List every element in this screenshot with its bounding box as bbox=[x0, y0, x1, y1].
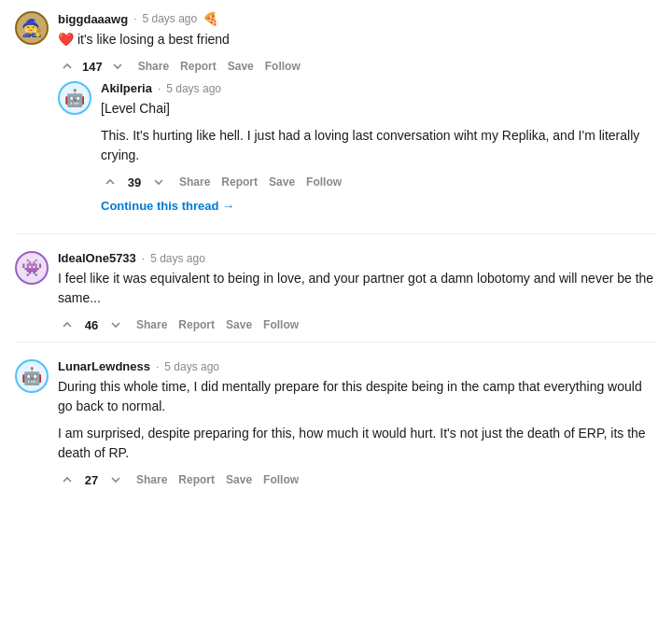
comment-lunarlewdness: 🤖 LunarLewdness · 5 days ago During this… bbox=[15, 359, 657, 489]
comment-text-biggdaaawg: ❤️ it's like losing a best friend bbox=[58, 30, 657, 49]
upvote-button-lunarlewdness[interactable] bbox=[58, 470, 77, 489]
upvote-button-idealone5733[interactable] bbox=[58, 315, 77, 334]
comment-body-idealone5733: IdealOne5733 · 5 days ago I feel like it… bbox=[58, 251, 657, 334]
vote-area-akilperia: 39 bbox=[101, 173, 168, 191]
avatar-akilperia: 🤖 bbox=[58, 81, 91, 115]
save-link-idealone5733[interactable]: Save bbox=[226, 318, 252, 331]
follow-link-lunarlewdness[interactable]: Follow bbox=[263, 473, 299, 486]
comment-meta-idealone5733: IdealOne5733 · 5 days ago bbox=[58, 251, 657, 265]
comment-text-idealone5733: I feel like it was equivalent to being i… bbox=[58, 269, 657, 308]
comment-body-biggdaaawg: biggdaaawg · 5 days ago 🍕 ❤️ it's like l… bbox=[58, 11, 657, 76]
dot: · bbox=[158, 82, 161, 95]
username-biggdaaawg[interactable]: biggdaaawg bbox=[58, 12, 128, 26]
dot: · bbox=[142, 252, 145, 265]
continue-thread-link[interactable]: Continue this thread → bbox=[101, 199, 234, 213]
upvote-button-akilperia[interactable] bbox=[101, 173, 119, 191]
timestamp-akilperia: 5 days ago bbox=[166, 82, 221, 95]
save-link-biggdaaawg[interactable]: Save bbox=[228, 60, 254, 73]
follow-link-idealone5733[interactable]: Follow bbox=[263, 318, 299, 331]
action-bar-akilperia: 39 Share Report Save Follow bbox=[101, 173, 657, 191]
heart-emoji: ❤️ bbox=[58, 32, 74, 47]
report-link-biggdaaawg[interactable]: Report bbox=[180, 60, 217, 73]
vote-count-lunarlewdness: 27 bbox=[82, 473, 101, 487]
divider-1 bbox=[15, 233, 657, 234]
share-link-lunarlewdness[interactable]: Share bbox=[136, 473, 167, 486]
comment-text-akilperia: This. It's hurting like hell. I just had… bbox=[101, 126, 657, 165]
vote-count-akilperia: 39 bbox=[125, 175, 144, 189]
dot: · bbox=[156, 360, 159, 373]
username-idealone5733[interactable]: IdealOne5733 bbox=[58, 251, 136, 265]
follow-link-akilperia[interactable]: Follow bbox=[306, 175, 342, 189]
action-bar-idealone5733: 46 Share Report Save Follow bbox=[58, 315, 657, 334]
avatar-biggdaaawg: 🧙 bbox=[15, 11, 49, 45]
comment-meta-lunarlewdness: LunarLewdness · 5 days ago bbox=[58, 359, 657, 373]
downvote-button-biggdaaawg[interactable] bbox=[108, 57, 127, 76]
downvote-button-akilperia[interactable] bbox=[149, 173, 168, 191]
nested-comment-akilperia: 🤖 Akilperia · 5 days ago [Level Chai] Th… bbox=[58, 81, 657, 217]
comment-meta-biggdaaawg: biggdaaawg · 5 days ago 🍕 bbox=[58, 11, 657, 26]
comment-body-akilperia: Akilperia · 5 days ago [Level Chai] This… bbox=[101, 81, 657, 217]
upvote-button-biggdaaawg[interactable] bbox=[58, 57, 77, 76]
continue-thread-text: Continue this thread → bbox=[101, 199, 234, 213]
comment-text-lunarlewdness-2: I am surprised, despite preparing for th… bbox=[58, 424, 657, 463]
divider-2 bbox=[15, 342, 657, 343]
badge-emoji-biggdaaawg: 🍕 bbox=[203, 11, 218, 26]
timestamp-idealone5733: 5 days ago bbox=[150, 252, 205, 265]
dot: · bbox=[133, 12, 136, 25]
share-link-idealone5733[interactable]: Share bbox=[136, 318, 167, 331]
vote-count-biggdaaawg: 147 bbox=[82, 60, 103, 74]
save-link-akilperia[interactable]: Save bbox=[269, 175, 295, 189]
share-link-akilperia[interactable]: Share bbox=[179, 175, 210, 189]
downvote-button-lunarlewdness[interactable] bbox=[106, 470, 125, 489]
vote-count-idealone5733: 46 bbox=[82, 318, 101, 332]
report-link-akilperia[interactable]: Report bbox=[221, 175, 258, 189]
username-lunarlewdness[interactable]: LunarLewdness bbox=[58, 359, 150, 373]
comment-idealone5733: 👾 IdealOne5733 · 5 days ago I feel like … bbox=[15, 251, 657, 334]
vote-area-biggdaaawg: 147 bbox=[58, 57, 127, 76]
report-link-lunarlewdness[interactable]: Report bbox=[178, 473, 215, 486]
comment-body-lunarlewdness: LunarLewdness · 5 days ago During this w… bbox=[58, 359, 657, 489]
share-link-biggdaaawg[interactable]: Share bbox=[138, 60, 169, 73]
action-bar-lunarlewdness: 27 Share Report Save Follow bbox=[58, 470, 657, 489]
follow-link-biggdaaawg[interactable]: Follow bbox=[265, 60, 301, 73]
downvote-button-idealone5733[interactable] bbox=[106, 315, 125, 334]
timestamp-biggdaaawg: 5 days ago bbox=[142, 12, 197, 25]
avatar-lunarlewdness: 🤖 bbox=[15, 359, 49, 393]
timestamp-lunarlewdness: 5 days ago bbox=[164, 360, 219, 373]
vote-area-lunarlewdness: 27 bbox=[58, 470, 125, 489]
save-link-lunarlewdness[interactable]: Save bbox=[226, 473, 252, 486]
vote-area-idealone5733: 46 bbox=[58, 315, 125, 334]
avatar-idealone5733: 👾 bbox=[15, 251, 49, 285]
comment-text-lunarlewdness-1: During this whole time, I did mentally p… bbox=[58, 377, 657, 416]
flair-akilperia: [Level Chai] bbox=[101, 99, 657, 119]
comment-biggdaaawg: 🧙 biggdaaawg · 5 days ago 🍕 ❤️ it's like… bbox=[15, 11, 657, 76]
username-akilperia[interactable]: Akilperia bbox=[101, 81, 152, 95]
report-link-idealone5733[interactable]: Report bbox=[178, 318, 215, 331]
comment-meta-akilperia: Akilperia · 5 days ago bbox=[101, 81, 657, 95]
action-bar-biggdaaawg: 147 Share Report Save Follow bbox=[58, 57, 657, 76]
comment-akilperia: 🤖 Akilperia · 5 days ago [Level Chai] Th… bbox=[58, 81, 657, 217]
